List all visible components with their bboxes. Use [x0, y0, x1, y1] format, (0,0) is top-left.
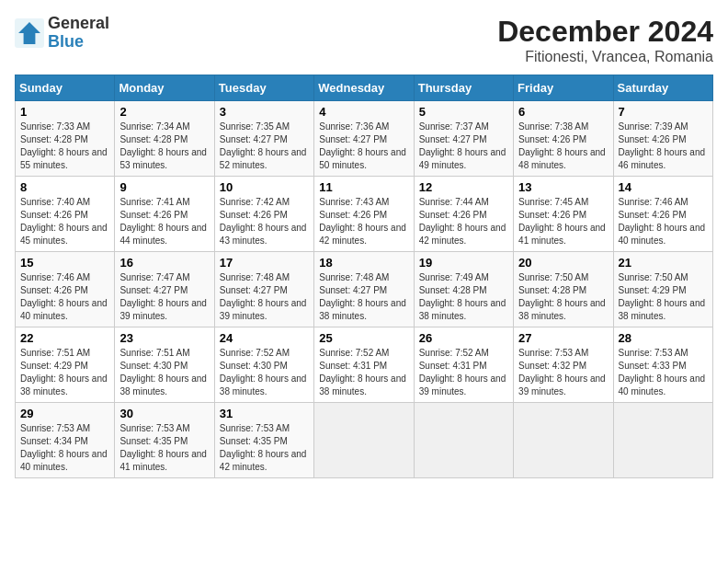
table-row: 8 Sunrise: 7:40 AM Sunset: 4:26 PM Dayli…	[16, 177, 115, 252]
day-info: Sunrise: 7:51 AM Sunset: 4:30 PM Dayligh…	[119, 348, 207, 396]
day-info: Sunrise: 7:52 AM Sunset: 4:31 PM Dayligh…	[319, 348, 406, 396]
day-number: 29	[20, 407, 109, 420]
table-row: 9 Sunrise: 7:41 AM Sunset: 4:26 PM Dayli…	[115, 177, 214, 252]
table-row: 4 Sunrise: 7:36 AM Sunset: 4:27 PM Dayli…	[314, 101, 414, 177]
day-number: 28	[619, 331, 708, 345]
calendar-table: Sunday Monday Tuesday Wednesday Thursday…	[15, 75, 713, 478]
day-info: Sunrise: 7:42 AM Sunset: 4:26 PM Dayligh…	[220, 197, 307, 246]
day-number: 3	[220, 105, 309, 119]
day-number: 10	[220, 180, 309, 194]
table-row: 23 Sunrise: 7:51 AM Sunset: 4:30 PM Dayl…	[115, 327, 214, 403]
month-title: December 2024	[497, 15, 713, 49]
col-sunday: Sunday	[16, 75, 115, 101]
table-row: 28 Sunrise: 7:53 AM Sunset: 4:33 PM Dayl…	[613, 327, 712, 403]
table-row: 19 Sunrise: 7:49 AM Sunset: 4:28 PM Dayl…	[414, 252, 513, 327]
day-number: 26	[419, 331, 508, 345]
day-info: Sunrise: 7:48 AM Sunset: 4:27 PM Dayligh…	[220, 272, 307, 321]
table-row: 21 Sunrise: 7:50 AM Sunset: 4:29 PM Dayl…	[613, 252, 712, 327]
day-info: Sunrise: 7:47 AM Sunset: 4:27 PM Dayligh…	[119, 272, 207, 321]
day-number: 5	[419, 105, 508, 119]
table-row: 6 Sunrise: 7:38 AM Sunset: 4:26 PM Dayli…	[514, 101, 613, 177]
day-number: 21	[619, 256, 708, 270]
day-number: 16	[119, 256, 209, 270]
calendar-row: 8 Sunrise: 7:40 AM Sunset: 4:26 PM Dayli…	[16, 177, 713, 252]
day-number: 14	[619, 180, 708, 194]
day-number: 1	[20, 105, 109, 119]
location-title: Fitionesti, Vrancea, Romania	[497, 49, 713, 65]
day-info: Sunrise: 7:50 AM Sunset: 4:28 PM Dayligh…	[518, 272, 606, 321]
day-info: Sunrise: 7:49 AM Sunset: 4:28 PM Dayligh…	[419, 272, 506, 321]
day-number: 13	[518, 180, 608, 194]
day-info: Sunrise: 7:52 AM Sunset: 4:31 PM Dayligh…	[419, 348, 506, 396]
day-number: 20	[518, 256, 608, 270]
day-info: Sunrise: 7:50 AM Sunset: 4:29 PM Dayligh…	[619, 272, 706, 321]
day-info: Sunrise: 7:37 AM Sunset: 4:27 PM Dayligh…	[419, 121, 506, 170]
table-row	[514, 403, 613, 478]
day-number: 9	[119, 180, 209, 194]
table-row: 18 Sunrise: 7:48 AM Sunset: 4:27 PM Dayl…	[314, 252, 414, 327]
header-row: Sunday Monday Tuesday Wednesday Thursday…	[16, 75, 713, 101]
table-row: 15 Sunrise: 7:46 AM Sunset: 4:26 PM Dayl…	[16, 252, 115, 327]
col-thursday: Thursday	[414, 75, 513, 101]
day-number: 18	[319, 256, 408, 270]
day-info: Sunrise: 7:38 AM Sunset: 4:26 PM Dayligh…	[518, 121, 606, 170]
day-number: 23	[119, 331, 209, 345]
day-info: Sunrise: 7:52 AM Sunset: 4:30 PM Dayligh…	[220, 348, 307, 396]
day-number: 30	[119, 407, 209, 420]
day-number: 11	[319, 180, 408, 194]
table-row	[414, 403, 513, 478]
day-info: Sunrise: 7:43 AM Sunset: 4:26 PM Dayligh…	[319, 197, 406, 246]
table-row: 3 Sunrise: 7:35 AM Sunset: 4:27 PM Dayli…	[214, 101, 313, 177]
title-area: December 2024 Fitionesti, Vrancea, Roman…	[497, 15, 713, 65]
day-number: 15	[20, 256, 109, 270]
day-info: Sunrise: 7:53 AM Sunset: 4:33 PM Dayligh…	[619, 348, 706, 396]
day-info: Sunrise: 7:48 AM Sunset: 4:27 PM Dayligh…	[319, 272, 406, 321]
table-row: 10 Sunrise: 7:42 AM Sunset: 4:26 PM Dayl…	[214, 177, 313, 252]
logo-line2: Blue	[48, 33, 109, 52]
day-number: 17	[220, 256, 309, 270]
day-info: Sunrise: 7:53 AM Sunset: 4:35 PM Dayligh…	[220, 423, 307, 472]
table-row: 1 Sunrise: 7:33 AM Sunset: 4:28 PM Dayli…	[16, 101, 115, 177]
col-friday: Friday	[514, 75, 613, 101]
table-row	[314, 403, 414, 478]
day-number: 31	[220, 407, 309, 420]
day-info: Sunrise: 7:39 AM Sunset: 4:26 PM Dayligh…	[619, 121, 706, 170]
day-number: 19	[419, 256, 508, 270]
table-row: 16 Sunrise: 7:47 AM Sunset: 4:27 PM Dayl…	[115, 252, 214, 327]
col-saturday: Saturday	[613, 75, 712, 101]
table-row: 24 Sunrise: 7:52 AM Sunset: 4:30 PM Dayl…	[214, 327, 313, 403]
table-row: 25 Sunrise: 7:52 AM Sunset: 4:31 PM Dayl…	[314, 327, 414, 403]
table-row: 27 Sunrise: 7:53 AM Sunset: 4:32 PM Dayl…	[514, 327, 613, 403]
day-info: Sunrise: 7:51 AM Sunset: 4:29 PM Dayligh…	[20, 348, 108, 396]
day-info: Sunrise: 7:46 AM Sunset: 4:26 PM Dayligh…	[619, 197, 706, 246]
day-number: 8	[20, 180, 109, 194]
table-row: 30 Sunrise: 7:53 AM Sunset: 4:35 PM Dayl…	[115, 403, 214, 478]
table-row: 2 Sunrise: 7:34 AM Sunset: 4:28 PM Dayli…	[115, 101, 214, 177]
calendar-row: 15 Sunrise: 7:46 AM Sunset: 4:26 PM Dayl…	[16, 252, 713, 327]
day-number: 4	[319, 105, 408, 119]
day-info: Sunrise: 7:53 AM Sunset: 4:32 PM Dayligh…	[518, 348, 606, 396]
table-row: 29 Sunrise: 7:53 AM Sunset: 4:34 PM Dayl…	[16, 403, 115, 478]
col-tuesday: Tuesday	[214, 75, 313, 101]
day-info: Sunrise: 7:40 AM Sunset: 4:26 PM Dayligh…	[20, 197, 108, 246]
table-row: 7 Sunrise: 7:39 AM Sunset: 4:26 PM Dayli…	[613, 101, 712, 177]
day-info: Sunrise: 7:36 AM Sunset: 4:27 PM Dayligh…	[319, 121, 406, 170]
calendar-row: 22 Sunrise: 7:51 AM Sunset: 4:29 PM Dayl…	[16, 327, 713, 403]
calendar-row: 29 Sunrise: 7:53 AM Sunset: 4:34 PM Dayl…	[16, 403, 713, 478]
day-number: 6	[518, 105, 608, 119]
table-row	[613, 403, 712, 478]
col-monday: Monday	[115, 75, 214, 101]
col-wednesday: Wednesday	[314, 75, 414, 101]
table-row: 20 Sunrise: 7:50 AM Sunset: 4:28 PM Dayl…	[514, 252, 613, 327]
table-row: 5 Sunrise: 7:37 AM Sunset: 4:27 PM Dayli…	[414, 101, 513, 177]
day-number: 7	[619, 105, 708, 119]
table-row: 12 Sunrise: 7:44 AM Sunset: 4:26 PM Dayl…	[414, 177, 513, 252]
table-row: 17 Sunrise: 7:48 AM Sunset: 4:27 PM Dayl…	[214, 252, 313, 327]
day-info: Sunrise: 7:33 AM Sunset: 4:28 PM Dayligh…	[20, 121, 108, 170]
day-number: 25	[319, 331, 408, 345]
table-row: 31 Sunrise: 7:53 AM Sunset: 4:35 PM Dayl…	[214, 403, 313, 478]
day-number: 24	[220, 331, 309, 345]
table-row: 22 Sunrise: 7:51 AM Sunset: 4:29 PM Dayl…	[16, 327, 115, 403]
page-header: General Blue December 2024 Fitionesti, V…	[15, 15, 713, 65]
table-row: 14 Sunrise: 7:46 AM Sunset: 4:26 PM Dayl…	[613, 177, 712, 252]
